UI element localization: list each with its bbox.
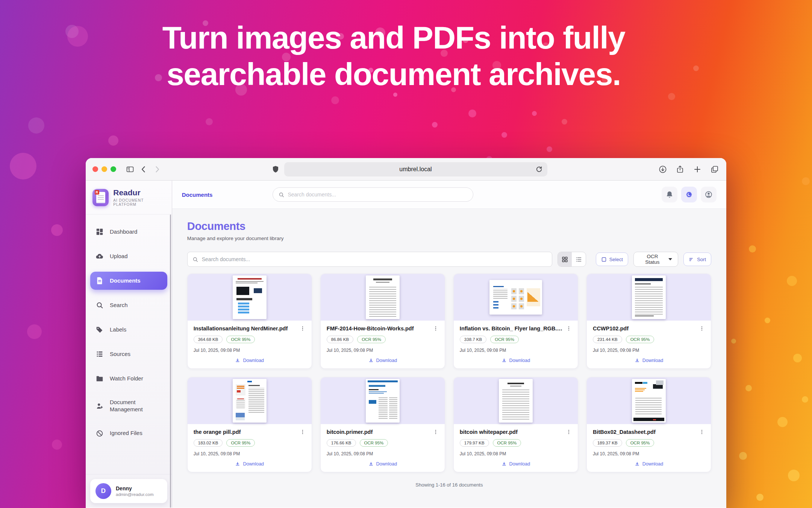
sidebar-item-label: Documents (110, 277, 141, 284)
download-link[interactable]: Download (460, 358, 572, 363)
document-thumbnail-area (321, 274, 445, 321)
address-bar[interactable]: umbrel.local (284, 162, 547, 176)
select-button[interactable]: Select (596, 252, 628, 266)
sort-button[interactable]: Sort (683, 252, 711, 266)
kebab-menu-icon[interactable] (433, 325, 439, 332)
headline-line-2: searchable document archives. (167, 56, 621, 92)
file-size-badge: 176.66 KB (327, 439, 356, 447)
sidebar-item-ignored-files[interactable]: Ignored Files (90, 424, 167, 443)
dashboard-icon (95, 228, 104, 236)
document-card[interactable]: FMF-2014-How-Bitcoin-Works.pdf 86.86 KB … (320, 274, 445, 369)
document-title: bitcoin whitepaper.pdf (460, 429, 563, 435)
sidebar-item-label: Search (110, 302, 128, 309)
kebab-menu-icon[interactable] (300, 429, 306, 435)
sidebar: Readur AI DOCUMENT PLATFORM Dashboard Up… (86, 181, 172, 508)
ocr-status-dropdown[interactable]: OCR Status (633, 252, 678, 267)
document-thumbnail-area (587, 377, 711, 424)
documents-page: Documents Manage and explore your docume… (172, 209, 726, 508)
document-card-body: Installationsanleitung NerdMiner.pdf 364… (188, 321, 312, 368)
document-card[interactable]: Installationsanleitung NerdMiner.pdf 364… (187, 274, 312, 369)
document-thumbnail-area (454, 274, 578, 321)
documents-search-input[interactable] (202, 256, 547, 262)
kebab-menu-icon[interactable] (699, 429, 705, 435)
documents-search[interactable] (187, 252, 552, 267)
minimize-button[interactable] (102, 166, 107, 172)
download-icon (235, 358, 240, 363)
topbar-actions (662, 187, 717, 202)
document-title: the orange pill.pdf (194, 429, 297, 435)
grid-view-icon[interactable] (558, 252, 572, 266)
brand-name: Readur (113, 188, 165, 197)
download-label: Download (376, 461, 397, 467)
address-area: umbrel.local (166, 162, 652, 176)
sidebar-item-watch-folder[interactable]: Watch Folder (90, 370, 167, 388)
url-text: umbrel.local (399, 166, 432, 173)
ocr-status-badge: OCR 95% (226, 439, 255, 447)
account-icon[interactable] (701, 187, 717, 202)
zoom-button[interactable] (111, 166, 116, 172)
search-icon (278, 192, 285, 198)
document-thumbnail (366, 379, 400, 423)
download-label: Download (509, 358, 530, 363)
theme-toggle-icon[interactable] (681, 187, 697, 202)
global-search-input[interactable] (288, 192, 468, 198)
download-link[interactable]: Download (460, 461, 572, 467)
document-title: CCWP102.pdf (593, 325, 696, 332)
labels-icon (95, 325, 104, 334)
document-date: Jul 10, 2025, 09:08 PM (327, 451, 439, 456)
sidebar-item-label: Dashboard (110, 228, 137, 236)
sidebar-item-upload[interactable]: Upload (90, 247, 167, 265)
document-title: Inflation vs. Bitcoin_ Flyer lang_RGB.pd… (460, 325, 563, 332)
global-search[interactable] (273, 187, 473, 202)
document-card[interactable]: the orange pill.pdf 183.02 KB OCR 95% Ju… (187, 377, 312, 472)
breadcrumb[interactable]: Documents (182, 192, 213, 198)
share-icon[interactable] (675, 164, 685, 174)
notifications-bell-icon[interactable] (662, 187, 677, 202)
ocr-status-badge: OCR 95% (360, 439, 388, 447)
sidebar-item-document-management[interactable]: Document Management (90, 394, 167, 418)
kebab-menu-icon[interactable] (566, 429, 572, 435)
user-card[interactable]: D Denny admin@readur.com (90, 479, 167, 503)
document-thumbnail (632, 379, 666, 423)
sidebar-item-search[interactable]: Search (90, 296, 167, 314)
kebab-menu-icon[interactable] (300, 325, 306, 332)
download-link[interactable]: Download (593, 358, 705, 363)
document-card[interactable]: bitcoin.primer.pdf 176.66 KB OCR 95% Jul… (320, 377, 445, 472)
close-button[interactable] (92, 166, 98, 172)
sidebar-scrollbar[interactable] (170, 214, 171, 508)
download-link[interactable]: Download (327, 461, 439, 467)
download-link[interactable]: Download (194, 358, 306, 363)
document-card[interactable]: CCWP102.pdf 231.44 KB OCR 95% Jul 10, 20… (586, 274, 711, 369)
document-card[interactable]: Inflation vs. Bitcoin_ Flyer lang_RGB.pd… (453, 274, 578, 369)
document-date: Jul 10, 2025, 09:08 PM (593, 348, 705, 353)
readur-document-logo (92, 189, 109, 206)
download-link[interactable]: Download (327, 358, 439, 363)
kebab-menu-icon[interactable] (433, 429, 439, 435)
sidebar-item-dashboard[interactable]: Dashboard (90, 223, 167, 241)
download-link[interactable]: Download (194, 461, 306, 467)
downloads-icon[interactable] (658, 164, 668, 174)
sidebar-item-labels[interactable]: Labels (90, 321, 167, 339)
back-icon[interactable] (139, 164, 148, 174)
sidebar-toggle-icon[interactable] (125, 164, 135, 174)
forward-icon[interactable] (152, 164, 162, 174)
kebab-menu-icon[interactable] (699, 325, 705, 332)
new-tab-icon[interactable] (692, 164, 702, 174)
download-label: Download (243, 358, 264, 363)
document-card[interactable]: BitBox02_Datasheet.pdf 189.37 KB OCR 95%… (586, 377, 711, 472)
user-email: admin@readur.com (116, 492, 154, 497)
list-view-icon[interactable] (572, 252, 586, 266)
download-icon (368, 358, 374, 363)
download-link[interactable]: Download (593, 461, 705, 467)
shield-icon[interactable] (271, 164, 280, 174)
document-card[interactable]: bitcoin whitepaper.pdf 179.97 KB OCR 95%… (453, 377, 578, 472)
sidebar-item-documents[interactable]: Documents (90, 272, 167, 290)
document-thumbnail (366, 275, 400, 319)
kebab-menu-icon[interactable] (566, 325, 572, 332)
document-management-icon (95, 402, 104, 410)
download-label: Download (376, 358, 397, 363)
ocr-status-badge: OCR 95% (493, 439, 521, 447)
tab-overview-icon[interactable] (710, 164, 720, 174)
sidebar-item-sources[interactable]: Sources (90, 345, 167, 363)
refresh-icon[interactable] (535, 165, 544, 174)
